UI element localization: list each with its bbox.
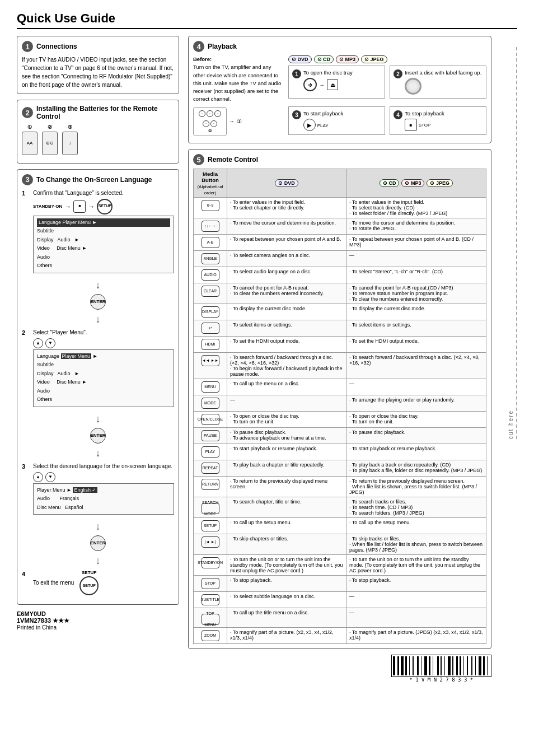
remote-cd-cell: · To search forward / backward through a… (346, 353, 486, 379)
remote-dvd-cell: · To repeat between your chosen point of… (227, 235, 346, 251)
stop-btn: ■ (405, 119, 417, 131)
arrow-down-1: ↓ (22, 278, 174, 293)
setup-button-mock-1: SETUP (97, 199, 113, 214)
step-num-2: 2 (394, 69, 402, 78)
footer-line3: Printed in China (17, 624, 179, 631)
remote-table-row: A-B· To repeat between your chosen point… (194, 235, 486, 251)
remote-btn-label: PAUSE (194, 428, 227, 444)
nav-icon-down-2: ▼ (45, 472, 55, 482)
remote-table-row: TOP MENU· To call up the title menu on a… (194, 608, 486, 628)
remote-dvd-cell: · To select camera angles on a disc. (227, 251, 346, 267)
col-header-dvd: ⊙ DVD (227, 169, 346, 198)
arrow-down-5: ↓ (22, 519, 174, 534)
remote-btn-label: AUDIO (194, 267, 227, 283)
remote-table-row: REPEAT· To play back a chapter or title … (194, 460, 486, 477)
remote-table-row: SEARCH MODE· To search chapter, title or… (194, 497, 486, 518)
playback-step-2: 2 Insert a disc with label facing up. (390, 66, 486, 99)
footer-line1: E6MY0UD (17, 610, 179, 617)
section-title-connections: Connections (36, 43, 77, 50)
remote-btn-label: SEARCH MODE (194, 497, 227, 518)
remote-cd-cell: — (346, 251, 486, 267)
lang-step-3-num: 3 (22, 462, 30, 472)
remote-table-row: OPEN/CLOSE· To open or close the disc tr… (194, 412, 486, 428)
remote-table-row: ZOOM· To magnify part of a picture. (x2,… (194, 628, 486, 644)
remote-cd-cell: · To return to the previously displayed … (346, 477, 486, 497)
section-title-remote: Remote Control (208, 156, 258, 164)
connections-body: If your TV has AUDIO / VIDEO input jacks… (22, 55, 174, 89)
remote-btn-label: ANGLE (194, 251, 227, 267)
lang-step-2-text: Select "Player Menu". (33, 328, 174, 337)
remote-cd-cell: · To repeat between your chosen point of… (346, 235, 486, 251)
remote-cd-cell: · To play back a track or disc repeatedl… (346, 460, 486, 477)
step-num-3: 3 (292, 110, 301, 119)
remote-cd-cell: · To select items or settings. (346, 320, 486, 337)
remote-btn-label: TOP MENU (194, 608, 227, 628)
nav-icon-up-2: ▲ (33, 472, 43, 482)
nav-icon-up: ▲ (33, 338, 43, 348)
remote-dvd-cell: · To call up the title menu on a disc. (227, 608, 346, 628)
remote-btn-label: REPEAT (194, 460, 227, 477)
remote-dvd-cell: · To search forward / backward through a… (227, 353, 346, 379)
remote-dvd-cell: · To play back a chapter or title repeat… (227, 460, 346, 477)
remote-dvd-cell: · To search chapter, title or time. (227, 497, 346, 518)
remote-dvd-cell: · To display the current disc mode. (227, 304, 346, 320)
arrow-down-3: ↓ (22, 412, 174, 427)
remote-cd-cell: · To call up the setup menu. (346, 518, 486, 534)
remote-dvd-cell: · To select subtitle language on a disc. (227, 592, 346, 608)
section-number-3: 3 (22, 174, 33, 185)
remote-btn-label: MENU (194, 379, 227, 395)
remote-cd-cell: · To enter values in the input field. · … (346, 198, 486, 218)
remote-dvd-cell: · To skip chapters or titles. (227, 534, 346, 555)
col-header-cd: ⊙ CD ⊙ MP3 ⊙ JPEG (346, 169, 486, 198)
remote-dot-2: · (207, 110, 213, 117)
remote-dvd-cell: · To magnify part of a picture. (x2, x3,… (227, 628, 346, 644)
section-remote: 5 Remote Control MediaButton(Alphabetica… (188, 149, 491, 649)
remote-btn-label: RETURN (194, 477, 227, 497)
step-2-text: Insert a disc with label facing up. (405, 69, 481, 76)
standby-btn-1: ⏻ (303, 78, 317, 91)
remote-dvd-cell: · To start playback or resume playback. (227, 444, 346, 460)
setup-button-mock-2: SETUP (79, 576, 99, 595)
section-number-5: 5 (193, 154, 204, 165)
remote-cd-cell: · To skip tracks or files. · When file l… (346, 534, 486, 555)
remote-cd-cell: · To magnify part of a picture. (JPEG) (… (346, 628, 486, 644)
play-label: PLAY (317, 123, 329, 128)
remote-table-row: AUDIO· To select audio language on a dis… (194, 267, 486, 283)
menu-mock-step3: Player Menu ► English ✓ Audio Français D… (33, 483, 174, 515)
lang-step-1-num: 1 (22, 189, 30, 198)
remote-cd-cell: · To cancel the point for A-B repeat.(CD… (346, 283, 486, 304)
playback-content: Before: Turn on the TV, amplifier and an… (193, 55, 486, 138)
section-title-batteries: Installing the Batteries for the Remote … (36, 105, 174, 120)
remote-btn-label: ↵ (194, 320, 227, 337)
language-body: 1 Confirm that "Language" is selected. S… (22, 189, 174, 596)
setup-label: SETUP (82, 570, 97, 576)
remote-cd-cell: · To turn the unit on or to turn the uni… (346, 555, 486, 576)
section-language: 3 To Change the On-Screen Language 1 Con… (17, 169, 179, 605)
section-number-2: 2 (22, 107, 33, 118)
remote-table-row: HDMI· To set the HDMI output mode.· To s… (194, 337, 486, 353)
remote-table: MediaButton(Alphabetical order) ⊙ DVD ⊙ … (193, 169, 486, 644)
remote-table-row: CLEAR· To cancel the point for A-B repea… (194, 283, 486, 304)
remote-table-row: |◄ ►|· To skip chapters or titles.· To s… (194, 534, 486, 555)
lang-step-4-text: To exit the menu (33, 578, 74, 587)
remote-btn-label: OPEN/CLOSE (194, 412, 227, 428)
remote-table-row: 0–9· To enter values in the input field.… (194, 198, 486, 218)
section-playback: 4 Playback Before: Turn on the TV, ampli… (188, 36, 491, 143)
remote-dot-5: · (210, 120, 217, 127)
remote-btn-label: ZOOM (194, 628, 227, 644)
stop-label: STOP (419, 123, 431, 128)
remote-btn-label: ◄◄ ►► (194, 353, 227, 379)
arrow-down-6: ↓ (22, 553, 174, 568)
remote-btn-label: ↑↓←→ (194, 218, 227, 235)
remote-dvd-cell: · To select items or settings. (227, 320, 346, 337)
remote-cd-cell: · To arrange the playing order or play r… (346, 395, 486, 412)
remote-cd-cell: · To stop playback. (346, 576, 486, 592)
media-icons-playback: ⊙ DVD ⊙ CD ⊙ MP3 ⊙ JPEG (288, 55, 486, 63)
badge-jpeg: ⊙ JPEG (361, 55, 387, 63)
section-number-1: 1 (22, 41, 33, 52)
arrow-right-1: → (229, 118, 235, 124)
remote-dvd-cell: · To set the HDMI output mode. (227, 337, 346, 353)
badge-dvd: ⊙ DVD (288, 55, 312, 63)
remote-table-row: RETURN· To return to the previously disp… (194, 477, 486, 497)
remote-cd-cell: — (346, 379, 486, 395)
